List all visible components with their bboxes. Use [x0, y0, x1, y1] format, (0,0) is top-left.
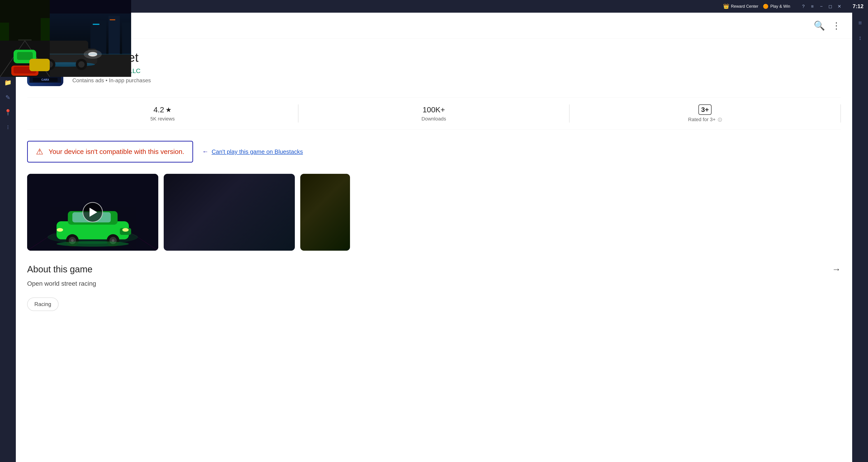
help-button[interactable]: ?: [799, 2, 807, 10]
close-button[interactable]: ✕: [835, 2, 844, 10]
play-button[interactable]: [83, 202, 103, 222]
crown-icon: 👑: [723, 3, 729, 9]
age-rating-stat: 3+ Rated for 3+ ⓘ: [569, 104, 840, 123]
downloads-value: 100K+: [308, 105, 560, 114]
svg-point-38: [57, 241, 129, 246]
incompatible-section: ⚠ Your device isn't compatible with this…: [27, 141, 841, 163]
maximize-button[interactable]: ◻: [827, 2, 835, 10]
main-area: ⌂ ⚙ ◴ 📷 📁 ✎ 📍 ⁝ ← Google Play 🔍 ⋮: [0, 13, 868, 462]
sidebar-icon-pen[interactable]: ✎: [2, 92, 13, 103]
svg-text:CARX: CARX: [41, 78, 49, 81]
downloads-stat: 100K+ Downloads: [299, 105, 569, 122]
info-icon: ⓘ: [718, 118, 722, 122]
play-win-icon: 🟠: [763, 4, 769, 9]
sidebar-icon-location[interactable]: 📍: [2, 107, 13, 118]
sidebar-icon-grid[interactable]: ⁝: [2, 122, 13, 133]
incompatible-box: ⚠ Your device isn't compatible with this…: [27, 141, 193, 163]
about-description: Open world street racing: [27, 279, 841, 288]
minimize-button[interactable]: −: [817, 2, 826, 10]
play-win-button[interactable]: 🟠 Play & Win: [763, 4, 790, 9]
reward-center-label: Reward Center: [731, 4, 758, 9]
time-display: 7:12: [852, 3, 864, 9]
stat-divider-3: [840, 104, 841, 123]
reward-center-button[interactable]: 👑 Reward Center: [723, 3, 758, 9]
rating-stat: 4.2 ★ 5K reviews: [27, 105, 298, 122]
screenshot-3[interactable]: [300, 174, 350, 251]
window-controls: ? ≡ − ◻ ✕: [799, 2, 844, 10]
svg-point-31: [57, 228, 63, 232]
sidebar-right-icon-scroll[interactable]: ↕: [855, 32, 866, 43]
screenshots-row: [27, 174, 841, 251]
rating-value: 4.2 ★: [36, 105, 289, 114]
sidebar-right-icon-resize[interactable]: ≡: [855, 17, 866, 29]
sidebar-icon-folder[interactable]: 📁: [2, 77, 13, 88]
about-title: About this game: [27, 264, 92, 274]
more-options-icon[interactable]: ⋮: [832, 20, 841, 31]
sidebar-right: ≡ ↕: [852, 13, 868, 462]
tag-racing[interactable]: Racing: [27, 297, 59, 311]
about-section: About this game → Open world street raci…: [27, 264, 841, 288]
titlebar-right: 👑 Reward Center 🟠 Play & Win ? ≡ − ◻ ✕ 7…: [723, 2, 864, 10]
star-icon: ★: [165, 106, 172, 114]
screenshot-2[interactable]: [164, 174, 295, 251]
incompatible-message: Your device isn't compatible with this v…: [49, 148, 184, 156]
downloads-label: Downloads: [308, 116, 560, 122]
menu-button[interactable]: ≡: [808, 2, 816, 10]
screenshot-video[interactable]: [27, 174, 158, 251]
app-meta: Contains ads • In-app purchases: [72, 77, 841, 84]
google-play-header: ← Google Play 🔍 ⋮: [16, 13, 852, 39]
warning-icon: ⚠: [36, 147, 43, 156]
age-rating-label: Rated for 3+ ⓘ: [579, 117, 831, 123]
search-icon[interactable]: 🔍: [814, 20, 825, 31]
svg-point-30: [122, 228, 129, 232]
rating-number: 4.2: [154, 105, 164, 114]
reviews-label: 5K reviews: [36, 116, 289, 122]
stats-row: 4.2 ★ 5K reviews 100K+ Downloads 3+: [27, 97, 841, 130]
app-info: CarX Street CarX Technologies, LLC Conta…: [72, 50, 841, 84]
sidebar-left: ⌂ ⚙ ◴ 📷 📁 ✎ 📍 ⁝: [0, 13, 16, 462]
svg-point-37: [112, 239, 115, 242]
cant-play-link[interactable]: Can't play this game on Bluestacks: [212, 148, 303, 155]
about-header: About this game →: [27, 264, 841, 274]
app-header: CARX CarX Street CarX Technologies, LLC …: [27, 50, 841, 86]
app-content: CARX CarX Street CarX Technologies, LLC …: [16, 39, 852, 462]
play-win-label: Play & Win: [770, 4, 790, 9]
tags-row: Racing: [27, 297, 841, 311]
app-frame: ← Google Play 🔍 ⋮: [16, 13, 852, 462]
age-rating-box: 3+: [699, 104, 712, 115]
arrow-left-icon: ←: [202, 148, 209, 155]
age-rating-value: 3+: [579, 104, 831, 115]
app-name: CarX Street: [72, 50, 841, 65]
cant-play-annotation: ← Can't play this game on Bluestacks: [202, 148, 303, 155]
svg-point-34: [71, 239, 74, 242]
header-right: 🔍 ⋮: [814, 20, 841, 31]
app-developer[interactable]: CarX Technologies, LLC: [72, 67, 841, 75]
about-more-button[interactable]: →: [832, 264, 841, 274]
